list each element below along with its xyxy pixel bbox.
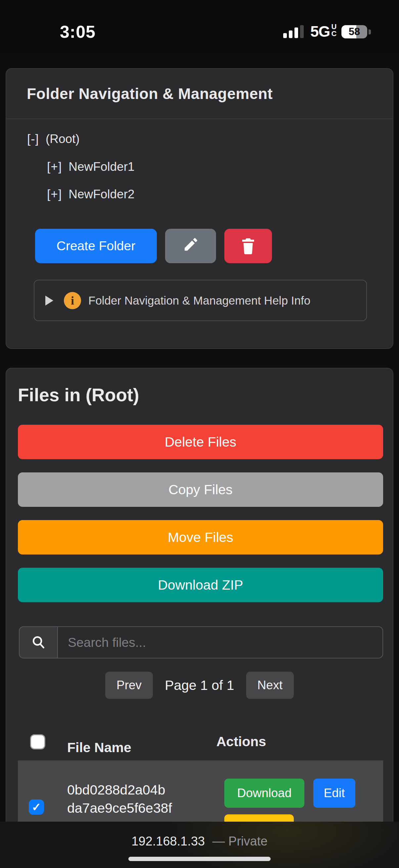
row-checkbox[interactable]: ✓ (29, 800, 44, 815)
signal-bar (289, 30, 293, 38)
battery-nub (369, 29, 371, 34)
next-page-button[interactable]: Next (246, 672, 294, 699)
url-bar[interactable]: 192.168.1.33 — Private (0, 834, 399, 848)
folder-actions-row: Create Folder (35, 229, 272, 263)
tree-toggle-expand[interactable]: [+] (47, 160, 62, 174)
tree-item-label: NewFolder2 (68, 187, 134, 201)
file-name-line: 0bd0288d2a04b (67, 781, 226, 799)
folder-card-header: Folder Navigation & Management (6, 69, 393, 119)
file-name-line: da7ae9ce5f6e38f (67, 799, 226, 817)
actions-column-header: Actions (217, 734, 266, 749)
network-type: 5G U C (310, 23, 336, 40)
info-icon: i (64, 292, 81, 309)
signal-bar (300, 25, 304, 38)
files-card: Files in (Root) Delete Files Copy Files … (6, 368, 393, 868)
safari-bottom-bar[interactable]: 192.168.1.33 — Private (0, 822, 399, 868)
tree-item-root[interactable]: [-] (Root) (27, 130, 80, 148)
delete-folder-button[interactable] (224, 229, 272, 263)
search-icon (31, 634, 46, 651)
home-indicator[interactable] (128, 857, 271, 861)
status-bar: 3:05 5G U C 58 (0, 0, 399, 53)
move-files-button[interactable]: Move Files (18, 520, 383, 555)
rename-folder-button[interactable] (165, 229, 216, 263)
signal-bar (295, 28, 298, 38)
tree-item-label: NewFolder1 (68, 160, 134, 174)
pencil-icon (182, 237, 199, 255)
tree-item-newfolder1[interactable]: [+] NewFolder1 (47, 158, 135, 176)
delete-files-button[interactable]: Delete Files (18, 425, 383, 459)
iphone-screen: 3:05 5G U C 58 Folder Navigation & Manag… (0, 0, 399, 868)
disclosure-triangle-icon (45, 296, 53, 306)
edit-file-button[interactable]: Edit (313, 779, 355, 808)
status-time: 3:05 (46, 22, 109, 42)
trash-icon (240, 237, 256, 255)
folder-navigation-card: Folder Navigation & Management [-] (Root… (6, 68, 393, 349)
tree-item-newfolder2[interactable]: [+] NewFolder2 (47, 185, 135, 204)
create-folder-button[interactable]: Create Folder (35, 229, 157, 263)
file-name-cell: 0bd0288d2a04b da7ae9ce5f6e38f (67, 781, 226, 817)
cellular-signal-icon (283, 25, 304, 38)
file-name-column-header: File Name (67, 740, 131, 755)
select-all-checkbox[interactable] (30, 734, 45, 749)
search-button[interactable] (19, 626, 57, 658)
tree-toggle-expand[interactable]: [+] (47, 187, 62, 201)
network-uc-badge: U C (331, 23, 336, 37)
pagination: Prev Page 1 of 1 Next (6, 672, 393, 699)
battery-percent: 58 (341, 25, 367, 38)
folder-card-title: Folder Navigation & Management (27, 85, 273, 103)
battery-icon: 58 (341, 25, 367, 38)
private-mode-label: — Private (212, 834, 268, 848)
tree-item-label: (Root) (46, 132, 80, 146)
files-card-title: Files in (Root) (18, 384, 139, 406)
download-zip-button[interactable]: Download ZIP (18, 568, 383, 602)
url-host: 192.168.1.33 (131, 834, 205, 848)
search-input[interactable] (57, 626, 383, 658)
page-status-label: Page 1 of 1 (165, 678, 234, 693)
copy-files-button[interactable]: Copy Files (18, 472, 383, 507)
help-info-disclosure[interactable]: i Folder Navigation & Management Help In… (34, 280, 367, 321)
network-type-label: 5G (310, 23, 330, 40)
download-file-button[interactable]: Download (224, 779, 304, 808)
help-info-label: Folder Navigation & Management Help Info (88, 294, 310, 307)
signal-bar (283, 33, 287, 38)
tree-toggle-collapse[interactable]: [-] (27, 132, 39, 146)
prev-page-button[interactable]: Prev (105, 672, 153, 699)
